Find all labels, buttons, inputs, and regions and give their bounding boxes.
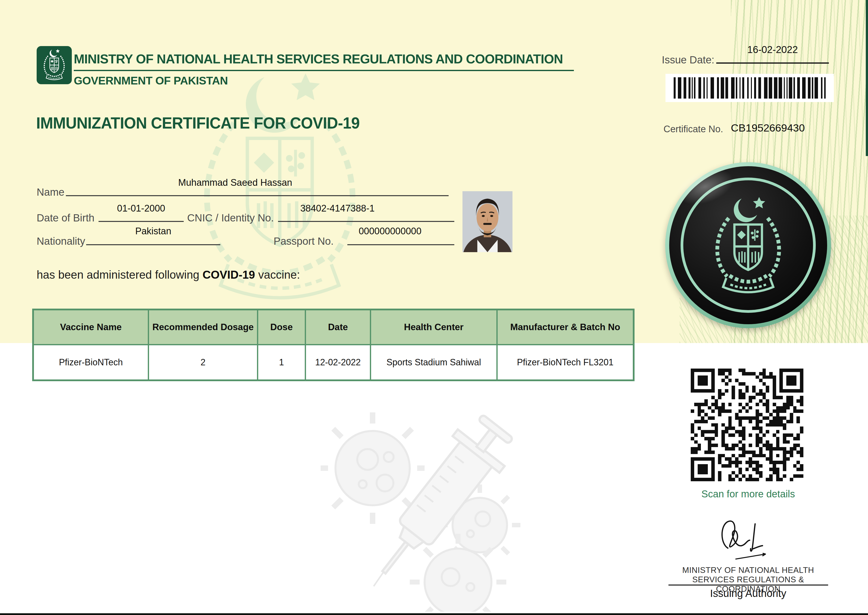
passport-value: 000000000000 [348, 226, 433, 237]
column-header-date: Date [305, 310, 371, 345]
authority-signature [713, 517, 787, 568]
right-edge-green-bar [866, 0, 868, 156]
bottom-green-bar [0, 613, 868, 615]
column-header-dose: Dose [258, 310, 305, 345]
barcode-bars [674, 77, 826, 98]
cnic-label: CNIC / Identity No. [187, 212, 274, 224]
ministry-title-underline: MINISTRY OF NATIONAL HEALTH SERVICES REG… [74, 52, 574, 71]
cell-dose: 1 [258, 345, 305, 381]
footer-underline [669, 585, 828, 585]
cell-vaccine-name: Pfizer-BioNTech [33, 345, 148, 381]
statement-bold: COVID-19 [203, 268, 255, 281]
column-header-recommended-dosage: Recommended Dosage [148, 310, 258, 345]
issue-date-line [716, 62, 829, 64]
cell-manufacturer-batch: Pfizer-BioNTech FL3201 [497, 345, 634, 381]
ministry-title: MINISTRY OF NATIONAL HEALTH SERVICES REG… [74, 52, 574, 66]
nationality-label: Nationality [37, 235, 85, 247]
dob-value: 01-01-2000 [98, 203, 184, 214]
name-value: Muhammad Saeed Hassan [66, 177, 405, 188]
dob-label: Date of Birth [37, 212, 94, 224]
dob-line [98, 221, 184, 222]
cnic-value: 38402-4147388-1 [278, 203, 397, 214]
issue-date-label: Issue Date: [662, 54, 714, 66]
qr-caption: Scan for more details [666, 489, 831, 499]
certificate-title: IMMUNIZATION CERTIFICATE FOR COVID-19 [36, 114, 360, 132]
holder-photo [463, 191, 513, 252]
certificate-no-value: CB1952669430 [731, 122, 805, 134]
nationality-value: Pakistan [86, 226, 220, 237]
government-seal [665, 162, 831, 328]
footer-authority-line1: MINISTRY OF NATIONAL HEALTH [666, 565, 831, 575]
government-title: GOVERNMENT OF PAKISTAN [74, 74, 228, 87]
barcode [665, 74, 834, 102]
seal-emblem-icon [704, 192, 793, 298]
qr-code [691, 368, 803, 481]
pakistan-emblem-icon [40, 48, 69, 83]
vaccine-table: Vaccine Name Recommended Dosage Dose Dat… [32, 309, 634, 381]
issuing-authority-label: Issuing Authority [666, 587, 831, 599]
issue-date-value: 16-02-2022 [716, 44, 829, 55]
passport-label: Passport No. [274, 235, 334, 247]
table-row: Pfizer-BioNTech 2 1 12-02-2022 Sports St… [33, 345, 634, 381]
statement: has been administered following COVID-19… [37, 268, 300, 281]
table-header-row: Vaccine Name Recommended Dosage Dose Dat… [33, 310, 634, 345]
passport-line [348, 244, 454, 245]
column-header-manufacturer-batch: Manufacturer & Batch No [497, 310, 634, 345]
nationality-line [86, 244, 220, 245]
cell-health-center: Sports Stadium Sahiwal [371, 345, 497, 381]
cell-date: 12-02-2022 [305, 345, 371, 381]
certificate-no-label: Certificate No. [664, 124, 723, 134]
ministry-logo [37, 46, 72, 84]
statement-suffix: vaccine: [255, 268, 300, 281]
statement-prefix: has been administered following [37, 268, 203, 281]
immunization-certificate: MINISTRY OF NATIONAL HEALTH SERVICES REG… [0, 0, 868, 615]
syringe-virus-watermark [319, 409, 542, 612]
name-label: Name [37, 186, 64, 198]
column-header-health-center: Health Center [371, 310, 497, 345]
column-header-vaccine-name: Vaccine Name [33, 310, 148, 345]
name-line [66, 195, 449, 196]
cell-recommended-dosage: 2 [148, 345, 258, 381]
cnic-line [278, 221, 454, 222]
